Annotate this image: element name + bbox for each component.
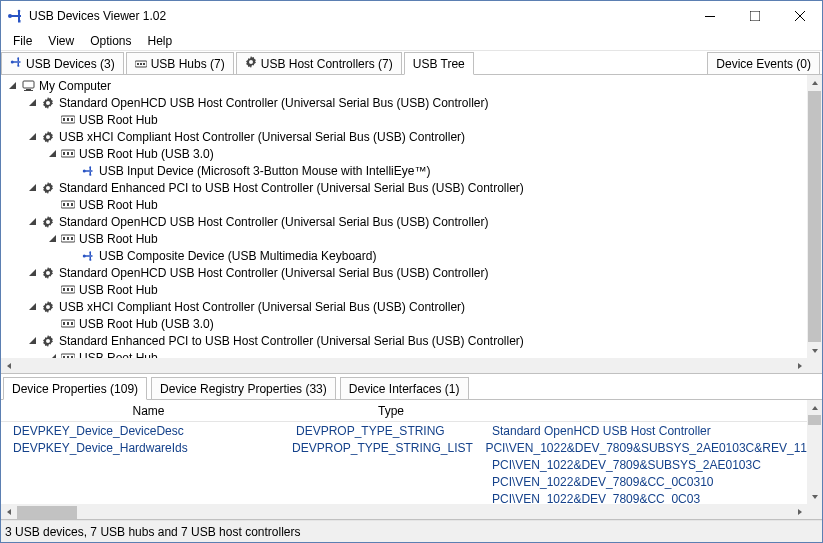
tree-caret-icon[interactable] [47, 319, 57, 329]
tab-label: Device Interfaces (1) [349, 382, 460, 396]
scroll-right-button[interactable] [792, 504, 807, 519]
scroll-left-button[interactable] [1, 504, 16, 519]
tab-device-events[interactable]: Device Events (0) [707, 52, 820, 74]
hub-icon [61, 234, 75, 243]
scroll-thumb[interactable] [808, 91, 821, 342]
tree-node[interactable]: Standard OpenHCD USB Host Controller (Un… [7, 213, 803, 230]
tree-caret-icon[interactable] [27, 268, 37, 278]
svg-rect-7 [750, 11, 760, 21]
col-header-type[interactable]: Type [296, 404, 486, 418]
tab-usb-tree[interactable]: USB Tree [404, 52, 474, 75]
tree-node[interactable]: USB xHCI Compliant Host Controller (Univ… [7, 298, 803, 315]
menu-file[interactable]: File [5, 32, 40, 50]
tree-caret-icon[interactable] [27, 302, 37, 312]
tree-node[interactable]: My Computer [7, 77, 803, 94]
hub-icon [61, 285, 75, 294]
tree-caret-icon[interactable] [27, 183, 37, 193]
gear-icon [41, 131, 55, 143]
svg-rect-18 [23, 81, 34, 88]
tree-caret-icon[interactable] [47, 200, 57, 210]
tree-node[interactable]: USB xHCI Compliant Host Controller (Univ… [7, 128, 803, 145]
col-header-name[interactable]: Name [1, 404, 296, 418]
tree-node[interactable]: Standard OpenHCD USB Host Controller (Un… [7, 264, 803, 281]
tree-node-label: USB Root Hub [79, 232, 158, 246]
scroll-right-button[interactable] [792, 358, 807, 373]
svg-rect-27 [67, 152, 69, 155]
tree-caret-icon[interactable] [47, 234, 57, 244]
scroll-down-button[interactable] [807, 489, 822, 504]
grid-row[interactable]: DEVPKEY_Device_HardwareIdsDEVPROP_TYPE_S… [1, 439, 807, 456]
scroll-left-button[interactable] [1, 358, 16, 373]
scroll-up-button[interactable] [807, 75, 822, 90]
tab-device-registry[interactable]: Device Registry Properties (33) [151, 377, 336, 399]
grid-vertical-scrollbar[interactable] [807, 400, 822, 504]
svg-rect-1 [11, 15, 21, 17]
tree-pane: My ComputerStandard OpenHCD USB Host Con… [1, 75, 822, 374]
tree-node[interactable]: Standard OpenHCD USB Host Controller (Un… [7, 94, 803, 111]
tab-device-properties[interactable]: Device Properties (109) [3, 377, 147, 400]
hub-icon [135, 57, 147, 71]
tree-caret-icon[interactable] [27, 98, 37, 108]
cell-name: DEVPKEY_Device_HardwareIds [1, 441, 292, 455]
svg-rect-17 [143, 63, 145, 65]
menu-options[interactable]: Options [82, 32, 139, 50]
scroll-thumb[interactable] [17, 506, 77, 519]
tree-node[interactable]: USB Root Hub [7, 349, 803, 358]
tab-label: Device Events (0) [716, 57, 811, 71]
cell-type: DEVPROP_TYPE_STRING_LIST [292, 441, 479, 455]
tree-node[interactable]: Standard Enhanced PCI to USB Host Contro… [7, 332, 803, 349]
grid-horizontal-scrollbar[interactable] [1, 504, 807, 519]
tree-caret-icon[interactable] [7, 81, 17, 91]
tree-caret-icon[interactable] [47, 285, 57, 295]
vertical-scrollbar[interactable] [807, 75, 822, 358]
tree-caret-icon[interactable] [27, 336, 37, 346]
tab-usb-devices[interactable]: USB Devices (3) [1, 52, 124, 74]
minimize-button[interactable] [687, 1, 732, 31]
svg-point-46 [89, 251, 91, 253]
tree-caret-icon[interactable] [47, 115, 57, 125]
scroll-down-button[interactable] [807, 343, 822, 358]
svg-rect-22 [63, 118, 65, 121]
tree-node[interactable]: USB Composite Device (USB Multimedia Key… [7, 247, 803, 264]
tree-caret-icon[interactable] [27, 132, 37, 142]
tree-node-label: Standard OpenHCD USB Host Controller (Un… [59, 266, 488, 280]
computer-icon [21, 80, 35, 92]
scroll-thumb[interactable] [808, 415, 821, 425]
tree-node-label: USB Root Hub (USB 3.0) [79, 317, 214, 331]
menu-view[interactable]: View [40, 32, 82, 50]
svg-point-11 [17, 57, 19, 59]
tree-node-label: USB Input Device (Microsoft 3-Button Mou… [99, 164, 430, 178]
close-button[interactable] [777, 1, 822, 31]
tree-node[interactable]: USB Input Device (Microsoft 3-Button Mou… [7, 162, 803, 179]
grid-row[interactable]: DEVPKEY_Device_DeviceDescDEVPROP_TYPE_ST… [1, 422, 807, 439]
tab-usb-hubs[interactable]: USB Hubs (7) [126, 52, 234, 74]
tab-label: Device Registry Properties (33) [160, 382, 327, 396]
menu-help[interactable]: Help [140, 32, 181, 50]
tree-node[interactable]: USB Root Hub (USB 3.0) [7, 145, 803, 162]
tree-node[interactable]: USB Root Hub (USB 3.0) [7, 315, 803, 332]
tab-device-interfaces[interactable]: Device Interfaces (1) [340, 377, 469, 399]
horizontal-scrollbar[interactable] [1, 358, 807, 373]
maximize-button[interactable] [732, 1, 777, 31]
grid-row[interactable]: PCI\VEN_1022&DEV_7809&CC_0C03 [1, 490, 807, 504]
tree-node[interactable]: USB Root Hub [7, 281, 803, 298]
tree-node[interactable]: Standard Enhanced PCI to USB Host Contro… [7, 179, 803, 196]
tree-node-label: USB Root Hub (USB 3.0) [79, 147, 214, 161]
grid-row[interactable]: PCI\VEN_1022&DEV_7809&SUBSYS_2AE0103C [1, 456, 807, 473]
tree-caret-icon[interactable] [27, 217, 37, 227]
tree-node-label: Standard Enhanced PCI to USB Host Contro… [59, 181, 524, 195]
tab-usb-controllers[interactable]: USB Host Controllers (7) [236, 52, 402, 74]
svg-rect-5 [18, 20, 21, 23]
tree-caret-icon[interactable] [67, 166, 77, 176]
tree-node-label: USB Composite Device (USB Multimedia Key… [99, 249, 376, 263]
tree-node[interactable]: USB Root Hub [7, 230, 803, 247]
scroll-up-button[interactable] [807, 400, 822, 415]
tree-caret-icon[interactable] [47, 149, 57, 159]
gear-icon [41, 216, 55, 228]
tree-node[interactable]: USB Root Hub [7, 196, 803, 213]
grid-row[interactable]: PCI\VEN_1022&DEV_7809&CC_0C0310 [1, 473, 807, 490]
tree-node[interactable]: USB Root Hub [7, 111, 803, 128]
property-grid: Name Type DEVPKEY_Device_DeviceDescDEVPR… [1, 400, 822, 520]
titlebar: USB Devices Viewer 1.02 [1, 1, 822, 31]
tree-caret-icon[interactable] [67, 251, 77, 261]
